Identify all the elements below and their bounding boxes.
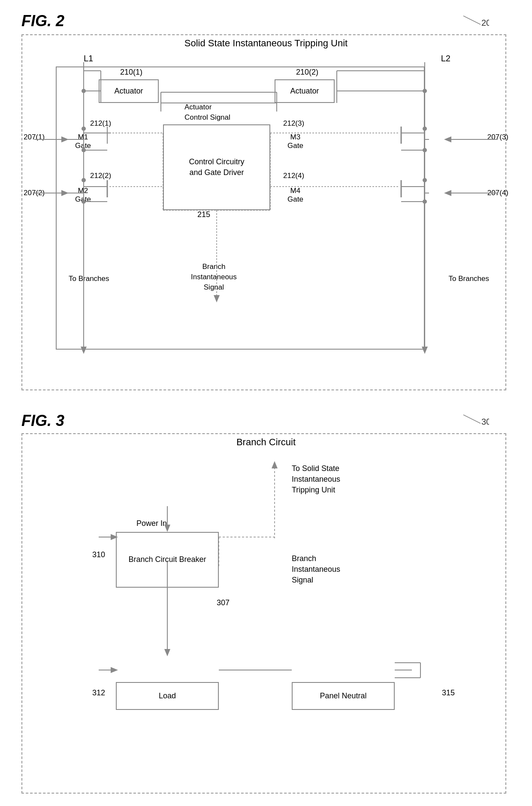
svg-text:305: 305 — [481, 417, 489, 426]
fig2-title: Solid State Instantaneous Tripping Unit — [0, 38, 532, 49]
power-in-label: Power In — [136, 519, 167, 528]
svg-text:205: 205 — [481, 18, 489, 27]
l2-label: L2 — [441, 54, 450, 63]
m2-gate-label: M2Gate — [75, 187, 91, 204]
fig2-label: FIG. 2 — [21, 12, 64, 30]
lbl-207-2: 207(2) — [24, 189, 45, 197]
svg-line-70 — [463, 415, 481, 423]
m1-gate-label: M1Gate — [75, 133, 91, 150]
lbl-212-2: 212(2) — [90, 172, 111, 180]
lbl-315: 315 — [442, 688, 455, 697]
fig3-title: Branch Circuit — [0, 437, 532, 448]
lbl-312: 312 — [92, 688, 105, 697]
branch-instantaneous-signal-fig3-label: BranchInstantaneousSignal — [292, 553, 340, 586]
lbl-207-1: 207(1) — [24, 133, 45, 142]
actuator-control-signal-label: ActuatorControl Signal — [184, 102, 230, 123]
control-ref-label: 215 — [197, 210, 210, 219]
fig3-ref-arrow: 305 — [438, 408, 489, 430]
l1-label: L1 — [84, 54, 93, 63]
to-branches-left-label: To Branches — [69, 275, 109, 283]
svg-line-0 — [463, 16, 481, 24]
branch-instantaneous-signal-label: BranchInstantaneousSignal — [191, 262, 237, 292]
m4-gate-label: M4Gate — [287, 187, 303, 204]
actuator2-ref-label: 210(2) — [296, 68, 318, 77]
lbl-212-4: 212(4) — [283, 172, 304, 180]
lbl-207-3: 207(3) — [487, 133, 508, 142]
fig3-outer-box — [21, 433, 506, 794]
to-branches-right-label: To Branches — [449, 275, 490, 283]
fig2-ref-arrow: 205 — [438, 9, 489, 31]
branch-circuit-breaker-box: Branch Circuit Breaker — [116, 532, 219, 588]
actuator1-box: Actuator — [99, 79, 159, 103]
to-solid-state-label: To Solid StateInstantaneousTripping Unit — [292, 463, 340, 496]
actuator1-ref-label: 210(1) — [120, 68, 142, 77]
lbl-310: 310 — [92, 550, 105, 559]
m3-gate-label: M3Gate — [287, 133, 303, 150]
actuator2-box: Actuator — [275, 79, 335, 103]
control-circuitry-box: Control Circuitryand Gate Driver — [163, 124, 270, 210]
lbl-307: 307 — [217, 598, 230, 607]
lbl-207-4: 207(4) — [487, 189, 508, 197]
load-box: Load — [116, 682, 219, 710]
fig3-label: FIG. 3 — [21, 412, 64, 430]
lbl-212-1: 212(1) — [90, 119, 111, 128]
lbl-212-3: 212(3) — [283, 119, 304, 128]
panel-neutral-box: Panel Neutral — [292, 682, 395, 710]
